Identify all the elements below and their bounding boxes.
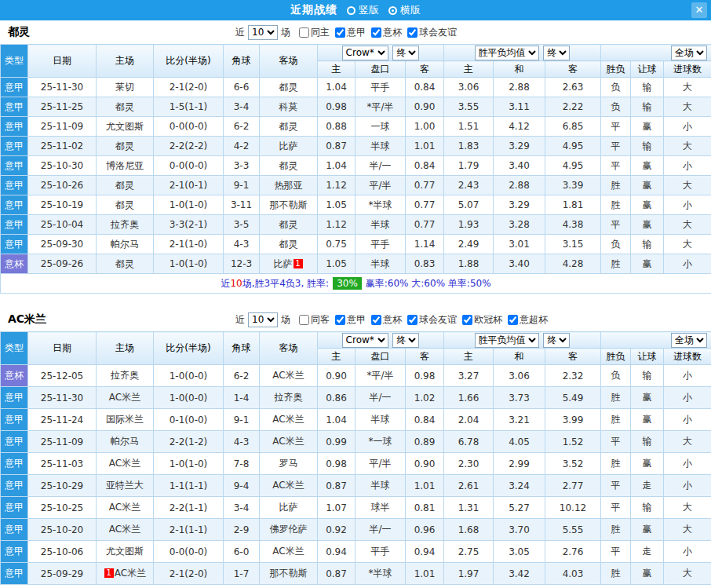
filter-option[interactable]: 球会友谊 [407, 313, 457, 327]
team-label: AC米兰 [109, 502, 140, 513]
filter-checkbox[interactable] [299, 315, 309, 325]
europe-draw-odds: 3.42 [494, 563, 545, 585]
match-count-select[interactable]: 10 [248, 312, 278, 327]
odds-company-select[interactable]: Crow* [342, 46, 388, 60]
filter-option[interactable]: 球会友谊 [407, 26, 457, 39]
corners: 9-1 [224, 409, 260, 431]
asia-home-odds: 0.87 [318, 137, 356, 156]
scope-select[interactable]: 全场 [671, 333, 707, 348]
filter-option[interactable]: 意甲 [335, 26, 366, 39]
europe-away-odds: 4.28 [545, 254, 601, 274]
europe-final-select[interactable]: 终 [543, 46, 570, 60]
filter-checkbox[interactable] [335, 315, 345, 325]
filter-option[interactable]: 意甲 [335, 313, 366, 327]
filter-option[interactable]: 同客 [299, 313, 330, 327]
europe-final-select[interactable]: 终 [543, 333, 570, 348]
score: 0-0(0-0) [154, 541, 224, 563]
layout-horizontal-option[interactable]: 横版 [388, 3, 421, 17]
team-label: 都灵 [115, 180, 134, 191]
europe-home-odds: 1.88 [444, 254, 494, 274]
home-team: AC米兰 [97, 497, 154, 519]
filter-checkbox[interactable] [299, 27, 309, 38]
away-team: AC米兰 [260, 541, 318, 563]
asia-home-odds: 0.87 [318, 475, 356, 497]
league-badge: 意甲 [1, 475, 28, 497]
europe-away-odds: 3.99 [545, 409, 601, 431]
result-wdl: 负 [601, 78, 631, 97]
filter-checkbox[interactable] [371, 27, 381, 38]
europe-away-odds: 2.77 [545, 475, 601, 497]
result-handicap: 输 [631, 78, 664, 97]
corners: 3-3 [224, 156, 260, 176]
team-label: 那不勒斯 [270, 568, 308, 579]
filter-checkbox[interactable] [407, 27, 417, 38]
filter-option[interactable]: 意杯 [371, 313, 402, 327]
home-team: 都灵 [97, 176, 154, 195]
radio-selected-icon[interactable] [388, 6, 397, 15]
match-count-select[interactable]: 10 [248, 25, 278, 40]
filter-checkbox[interactable] [407, 315, 417, 325]
home-team: 亚特兰大 [97, 475, 154, 497]
games-label: 场 [281, 26, 290, 39]
team-label: 比萨 [274, 258, 293, 269]
result-handicap: 输 [631, 137, 664, 156]
filter-option[interactable]: 意超杯 [508, 313, 548, 327]
europe-odds-select[interactable]: 胜平负均值 [475, 333, 539, 348]
europe-home-odds: 2.43 [444, 176, 494, 195]
asia-final-select[interactable]: 终 [392, 333, 419, 348]
radio-unselected-icon[interactable] [347, 6, 356, 15]
filter-checkbox[interactable] [371, 315, 381, 325]
match-row: 意甲25-10-25AC米兰2-2(1-1)3-4比萨1.07球半0.811.3… [1, 497, 711, 519]
filter-option[interactable]: 欧冠杯 [462, 313, 502, 327]
europe-home-odds: 3.06 [444, 78, 494, 97]
league-badge: 意甲 [1, 453, 28, 475]
team-label: AC米兰 [272, 414, 304, 425]
odds-company-select[interactable]: Crow* [342, 333, 388, 348]
layout-vertical-option[interactable]: 竖版 [347, 3, 379, 17]
result-goals: 小 [664, 541, 711, 563]
europe-draw-odds: 2.99 [494, 453, 545, 475]
europe-home-odds: 1.51 [444, 117, 494, 137]
match-row: 意甲25-11-24国际米兰0-1(0-0)9-1AC米兰1.04半球0.842… [1, 409, 711, 431]
match-row: 意甲25-10-20AC米兰2-1(1-1)2-9佛罗伦萨0.92半/一0.96… [1, 519, 711, 541]
score: 2-1(2-0) [154, 563, 224, 585]
col-corner: 角球 [224, 45, 260, 78]
away-team: 热那亚 [260, 176, 318, 195]
filter-checkbox[interactable] [335, 27, 345, 38]
away-team: 都灵 [260, 78, 318, 97]
filter-checkbox[interactable] [462, 315, 472, 325]
result-goals: 大 [664, 215, 711, 235]
asia-handicap: 平手 [356, 541, 406, 563]
scope-select[interactable]: 全场 [671, 46, 707, 60]
col-europe-draw: 和 [494, 349, 545, 365]
team-label: 比萨 [279, 141, 298, 152]
close-icon[interactable]: ✕ [691, 2, 707, 18]
filter-label: 同主 [311, 26, 330, 39]
result-goals: 小 [664, 409, 711, 431]
match-date: 25-10-06 [28, 541, 97, 563]
filter-option[interactable]: 意杯 [371, 26, 402, 39]
team-label: 罗马 [279, 458, 298, 469]
europe-draw-odds: 4.05 [494, 431, 545, 453]
team-label: AC米兰 [272, 546, 304, 557]
away-team: 都灵 [260, 156, 318, 176]
filter-checkbox[interactable] [508, 315, 518, 325]
result-handicap: 输 [631, 431, 664, 453]
result-handicap: 输 [631, 497, 664, 519]
team-label: AC米兰 [109, 524, 140, 535]
asia-final-select[interactable]: 终 [392, 46, 419, 60]
match-date: 25-11-30 [28, 78, 97, 97]
corners: 6-0 [224, 541, 260, 563]
filter-option[interactable]: 同主 [299, 26, 330, 39]
asia-home-odds: 1.05 [318, 195, 356, 215]
away-team: 拉齐奥 [260, 387, 318, 409]
corners: 9-1 [224, 176, 260, 195]
europe-draw-odds: 2.88 [494, 78, 545, 97]
team-label: 比萨 [279, 502, 298, 513]
europe-odds-select[interactable]: 胜平负均值 [475, 46, 539, 60]
result-goals: 小 [664, 387, 711, 409]
asia-handicap: *平/半 [356, 97, 406, 117]
score: 0-0(0-0) [154, 117, 224, 137]
match-date: 25-11-25 [28, 97, 97, 117]
home-team: 都灵 [97, 195, 154, 215]
